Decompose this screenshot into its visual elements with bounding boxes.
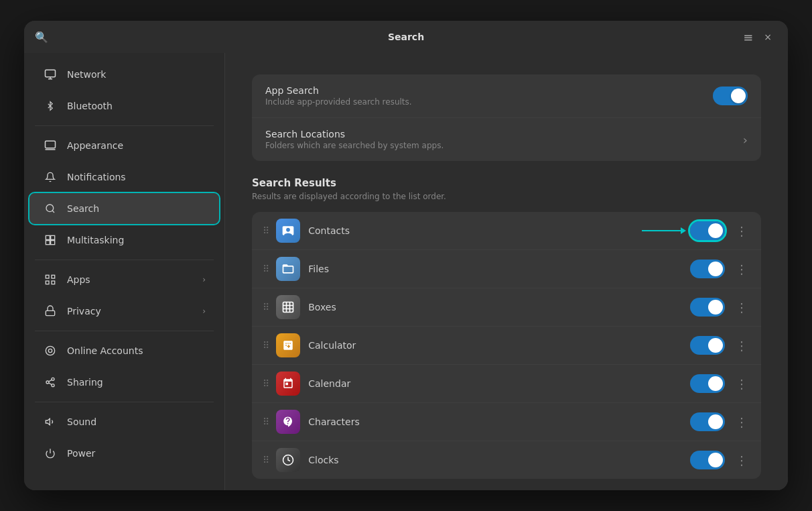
more-options-icon[interactable]: ⋮: [733, 412, 750, 432]
svg-rect-25: [283, 302, 293, 313]
more-options-icon[interactable]: ⋮: [733, 336, 750, 355]
svg-rect-3: [46, 141, 56, 148]
svg-rect-7: [46, 235, 50, 239]
sidebar-item-notifications[interactable]: Notifications: [29, 162, 219, 192]
network-icon: [43, 67, 58, 82]
svg-point-19: [46, 381, 49, 384]
sidebar-item-privacy[interactable]: Privacy ›: [29, 296, 219, 327]
section-subtitle: Results are displayed according to the l…: [252, 192, 761, 201]
titlebar: 🔍 Search ≡ ×: [24, 21, 788, 53]
sidebar-item-label: Apps: [67, 274, 90, 285]
clocks-app-icon: [276, 448, 300, 472]
sidebar-divider-2: [35, 260, 214, 260]
boxes-app-icon: [276, 295, 300, 319]
sidebar-item-online-accounts[interactable]: Online Accounts: [29, 335, 219, 366]
app-name: Contacts: [308, 225, 634, 236]
search-icon: 🔍: [35, 31, 48, 44]
app-name: Characters: [308, 416, 682, 427]
appearance-icon: [43, 138, 58, 153]
calculator-toggle[interactable]: [690, 336, 725, 355]
svg-rect-14: [52, 281, 55, 284]
more-options-icon[interactable]: ⋮: [733, 260, 750, 279]
sound-icon: [43, 414, 58, 429]
app-search-row: App Search Include app-provided search r…: [252, 74, 761, 118]
drag-handle-icon[interactable]: ⠿: [263, 225, 268, 236]
toggle-knob: [708, 223, 723, 238]
more-options-icon[interactable]: ⋮: [733, 451, 750, 470]
privacy-icon: [43, 304, 58, 319]
drag-handle-icon[interactable]: ⠿: [263, 378, 268, 389]
toggle-knob: [708, 453, 723, 467]
search-locations-title: Search Locations: [265, 129, 743, 139]
sidebar-item-sound[interactable]: Sound: [29, 406, 219, 437]
app-name: Files: [308, 264, 682, 274]
arrow-indicator: [642, 230, 682, 231]
app-name: Calculator: [308, 340, 682, 351]
arrow-line: [642, 230, 682, 231]
svg-point-20: [52, 384, 54, 387]
svg-rect-15: [46, 310, 54, 315]
search-locations-row[interactable]: Search Locations Folders which are searc…: [252, 118, 761, 161]
calendar-app-icon: [276, 372, 300, 396]
files-app-icon: [276, 257, 300, 281]
sidebar-item-network[interactable]: Network: [29, 59, 219, 90]
app-name: Clocks: [308, 455, 682, 465]
online-accounts-icon: [43, 343, 58, 358]
menu-icon[interactable]: ≡: [743, 30, 753, 44]
svg-marker-23: [46, 418, 50, 424]
sidebar-item-label: Privacy: [67, 306, 101, 317]
top-settings-card: App Search Include app-provided search r…: [252, 74, 761, 161]
sidebar-item-multitasking[interactable]: Multitasking: [29, 225, 219, 255]
app-name: Boxes: [308, 302, 682, 313]
clocks-toggle[interactable]: [690, 451, 725, 469]
calendar-toggle[interactable]: [690, 374, 725, 393]
notifications-icon: [43, 170, 58, 184]
section-title: Search Results: [252, 177, 761, 189]
sidebar-divider-4: [35, 402, 214, 402]
sidebar-item-label: Sharing: [67, 377, 103, 388]
contacts-toggle[interactable]: [690, 221, 725, 240]
sidebar-item-label: Search: [67, 203, 99, 214]
drag-handle-icon[interactable]: ⠿: [263, 340, 268, 351]
sidebar-item-label: Online Accounts: [67, 345, 143, 356]
sidebar-item-appearance[interactable]: Appearance: [29, 130, 219, 161]
toggle-knob: [708, 262, 723, 276]
close-button[interactable]: ×: [758, 29, 777, 45]
bluetooth-icon: [43, 99, 58, 113]
characters-toggle[interactable]: [690, 412, 725, 431]
files-toggle[interactable]: [690, 260, 725, 278]
more-options-icon[interactable]: ⋮: [733, 374, 750, 394]
svg-rect-10: [51, 241, 55, 245]
drag-handle-icon[interactable]: ⠿: [263, 302, 268, 313]
svg-point-18: [52, 378, 54, 380]
sidebar-item-sharing[interactable]: Sharing: [29, 367, 219, 398]
toggle-knob: [708, 338, 723, 353]
app-search-toggle[interactable]: [713, 87, 748, 105]
app-search-text: App Search Include app-provided search r…: [265, 85, 713, 107]
content-area: Network Bluetooth Appearan: [24, 53, 788, 490]
svg-line-21: [49, 383, 52, 385]
search-locations-text: Search Locations Folders which are searc…: [265, 129, 743, 150]
search-sidebar-icon: [43, 201, 58, 216]
svg-rect-0: [46, 70, 56, 77]
toggle-knob: [708, 300, 723, 315]
sidebar-item-label: Appearance: [67, 140, 123, 151]
more-options-icon[interactable]: ⋮: [733, 221, 750, 241]
sidebar-item-search[interactable]: Search: [29, 193, 219, 224]
drag-handle-icon[interactable]: ⠿: [263, 455, 268, 465]
svg-point-16: [46, 346, 54, 355]
drag-handle-icon[interactable]: ⠿: [263, 416, 268, 427]
more-options-icon[interactable]: ⋮: [733, 298, 750, 317]
drag-handle-icon[interactable]: ⠿: [263, 264, 268, 274]
boxes-toggle[interactable]: [690, 298, 725, 317]
calculator-app-icon: [276, 333, 300, 357]
sidebar-item-bluetooth[interactable]: Bluetooth: [29, 91, 219, 121]
list-item: ⠿ Calculator ⋮: [252, 327, 761, 365]
contacts-app-icon: [276, 219, 300, 243]
sidebar-item-label: Multitasking: [67, 235, 124, 245]
svg-line-22: [49, 380, 52, 382]
toggle-knob: [731, 89, 746, 103]
svg-rect-11: [46, 275, 49, 278]
sidebar-item-apps[interactable]: Apps ›: [29, 264, 219, 295]
sidebar-item-power[interactable]: Power: [29, 438, 219, 469]
